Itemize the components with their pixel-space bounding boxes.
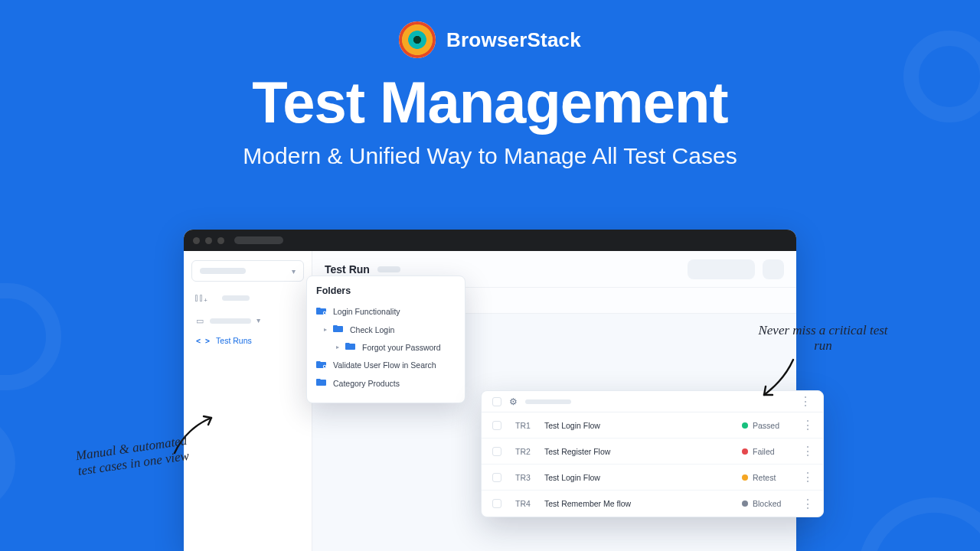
folders-heading: Folders (316, 285, 456, 296)
window-titlebar (184, 230, 796, 251)
table-row[interactable]: TR3 Test Login Flow Retest ⋮ (482, 465, 823, 491)
svg-point-1 (324, 312, 325, 314)
table-row[interactable]: TR4 Test Remember Me flow Blocked ⋮ (482, 491, 823, 517)
select-all-checkbox[interactable] (492, 397, 501, 406)
row-checkbox[interactable] (492, 499, 501, 508)
placeholder-bar (222, 295, 250, 301)
folder-label: Validate User Flow in Search (333, 360, 436, 370)
folder-label: Forgot your Password (362, 343, 441, 352)
arrow-icon (756, 357, 802, 403)
folder-item[interactable]: Category Products (316, 374, 456, 392)
folders-popover: Folders Login Functionality ▸ Check Logi… (306, 276, 466, 403)
placeholder-bar (377, 266, 400, 272)
primary-action-button[interactable] (688, 259, 755, 279)
brand-name: BrowserStack (446, 28, 581, 52)
chevron-right-icon: ▸ (255, 319, 263, 323)
chevron-down-icon: ▾ (292, 267, 296, 276)
bg-shape (0, 283, 61, 390)
browserstack-logo-icon (399, 21, 436, 58)
folder-item[interactable]: Validate User Flow in Search (316, 356, 456, 374)
sidebar-item-label: Test Runs (216, 336, 252, 345)
row-checkbox[interactable] (492, 447, 501, 456)
run-status: Passed (742, 421, 802, 430)
row-checkbox[interactable] (492, 473, 501, 482)
traffic-light-icon (205, 237, 212, 244)
folder-icon (345, 342, 356, 352)
run-name: Test Login Flow (544, 421, 742, 430)
secondary-action-button[interactable] (763, 259, 784, 279)
hero-subtitle: Modern & Unified Way to Manage All Test … (0, 143, 980, 169)
run-status: Blocked (742, 499, 802, 508)
run-id: TR2 (515, 447, 544, 456)
gear-folder-icon (316, 306, 327, 317)
run-id: TR4 (515, 499, 544, 508)
chevron-right-icon: ▸ (324, 326, 327, 333)
brand-logo: BrowserStack (0, 21, 980, 58)
run-id: TR3 (515, 473, 544, 482)
code-brackets-icon: < > (196, 337, 210, 345)
hero-title: Test Management (0, 69, 980, 135)
row-more-icon[interactable]: ⋮ (802, 497, 812, 511)
chevron-right-icon: ▸ (336, 344, 339, 350)
status-label: Failed (753, 447, 775, 456)
annotation-right: Never miss a critical test run (758, 323, 888, 354)
run-id: TR1 (515, 421, 544, 430)
row-more-icon[interactable]: ⋮ (802, 444, 812, 458)
status-label: Retest (753, 473, 776, 482)
table-row[interactable]: TR1 Test Login Flow Passed ⋮ (482, 412, 823, 439)
run-name: Test Register Flow (544, 447, 742, 456)
sidebar-mini-tabs: ⫿⫿₊ (194, 292, 301, 303)
annotation-left: Manual & automated test cases in one vie… (66, 432, 199, 481)
analytics-icon[interactable]: ⫿⫿₊ (194, 292, 208, 303)
status-dot-icon (742, 474, 748, 481)
test-runs-table: ⚙︎ ⋮ TR1 Test Login Flow Passed ⋮ TR2 Te… (481, 390, 824, 517)
folder-item[interactable]: ▸ Check Login (316, 321, 456, 338)
sidebar-item-test-runs[interactable]: < > Test Runs (191, 331, 304, 350)
traffic-light-icon (193, 237, 200, 244)
run-name: Test Login Flow (544, 473, 742, 482)
run-status: Failed (742, 447, 802, 456)
placeholder-bar (525, 399, 571, 404)
folder-icon (333, 324, 344, 334)
traffic-light-icon (217, 237, 224, 244)
run-name: Test Remember Me flow (544, 499, 742, 508)
folder-item[interactable]: ▸ Forgot your Password (316, 338, 456, 356)
status-label: Blocked (753, 499, 781, 508)
placeholder-bar (210, 318, 251, 324)
folder-item[interactable]: Login Functionality (316, 302, 456, 321)
folder-label: Check Login (350, 325, 394, 334)
folder-icon (316, 378, 327, 388)
folder-label: Category Products (333, 379, 400, 388)
row-checkbox[interactable] (492, 421, 501, 430)
status-label: Passed (753, 421, 779, 430)
svg-point-3 (324, 366, 325, 367)
project-select[interactable]: ▾ (191, 260, 304, 282)
hero: BrowserStack Test Management Modern & Un… (0, 21, 980, 169)
gear-icon[interactable]: ⚙︎ (509, 396, 518, 407)
sidebar: ▾ ⫿⫿₊ ▭ ▸ < > Test Runs (184, 251, 312, 551)
gear-folder-icon (316, 360, 327, 370)
bg-shape (858, 497, 980, 551)
run-status: Retest (742, 473, 802, 482)
placeholder-bar (200, 268, 246, 274)
status-dot-icon (742, 448, 748, 455)
page-title: Test Run (325, 263, 370, 276)
bg-shape (0, 413, 15, 513)
folder-label: Login Functionality (333, 307, 400, 316)
row-more-icon[interactable]: ⋮ (802, 470, 812, 484)
folder-icon: ▭ (196, 316, 204, 326)
url-placeholder (234, 236, 283, 244)
row-more-icon[interactable]: ⋮ (802, 418, 812, 432)
sidebar-item[interactable]: ▭ ▸ (191, 311, 304, 331)
status-dot-icon (742, 500, 748, 507)
status-dot-icon (742, 422, 748, 429)
table-row[interactable]: TR2 Test Register Flow Failed ⋮ (482, 439, 823, 465)
app-window: ▾ ⫿⫿₊ ▭ ▸ < > Test Runs Test Run (184, 230, 796, 551)
